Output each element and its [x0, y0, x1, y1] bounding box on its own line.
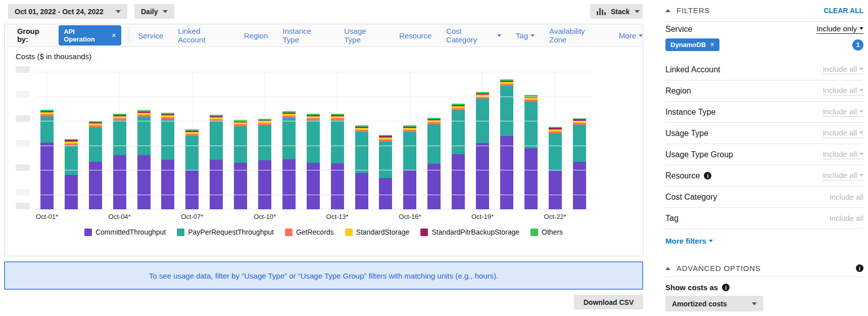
stacked-bar-oct-17[interactable]	[427, 118, 441, 209]
segment-committedthroughput[interactable]	[185, 170, 199, 209]
legend-item-others[interactable]: Others	[531, 228, 563, 236]
group-by-active-chip[interactable]: API Operation	[59, 25, 121, 46]
stacked-bar-oct-15[interactable]	[379, 135, 392, 209]
segment-committedthroughput[interactable]	[403, 170, 416, 209]
segment-payperrequestthroughput[interactable]	[185, 136, 199, 170]
segment-payperrequestthroughput[interactable]	[403, 132, 416, 170]
segment-committedthroughput[interactable]	[476, 143, 489, 209]
segment-payperrequestthroughput[interactable]	[282, 118, 296, 159]
segment-payperrequestthroughput[interactable]	[524, 102, 538, 148]
segment-payperrequestthroughput[interactable]	[549, 133, 562, 171]
legend-item-committedthroughput[interactable]: CommittedThroughput	[84, 228, 166, 236]
service-filter-chip[interactable]: DynamoDB	[665, 38, 719, 51]
legend-item-standardstorage[interactable]: StandardStorage	[345, 228, 410, 236]
service-include-mode[interactable]: Include only	[816, 24, 863, 34]
advanced-options-header[interactable]: ADVANCED OPTIONS	[665, 264, 863, 273]
group-by-link-availability-zone[interactable]: Availability Zone	[549, 27, 604, 44]
stacked-bar-oct-07[interactable]	[185, 129, 199, 209]
segment-committedthroughput[interactable]	[65, 175, 78, 209]
filter-mode-value[interactable]: Include all	[829, 193, 863, 201]
legend-item-getrecords[interactable]: GetRecords	[285, 228, 334, 236]
segment-payperrequestthroughput[interactable]	[355, 132, 368, 173]
granularity-button[interactable]: Daily	[134, 4, 174, 19]
stacked-bar-oct-23[interactable]	[573, 118, 586, 209]
info-icon[interactable]	[722, 284, 730, 291]
group-by-link-region[interactable]: Region	[244, 31, 268, 40]
segment-payperrequestthroughput[interactable]	[161, 119, 174, 160]
segment-payperrequestthroughput[interactable]	[452, 110, 465, 154]
segment-committedthroughput[interactable]	[89, 162, 102, 209]
stacked-bar-oct-03[interactable]	[89, 121, 102, 209]
legend-item-standardpitrbackupstorage[interactable]: StandardPitrBackupStorage	[420, 228, 519, 236]
info-icon[interactable]	[856, 264, 863, 272]
segment-payperrequestthroughput[interactable]	[89, 127, 102, 162]
filters-header[interactable]: FILTERS CLEAR ALL	[665, 6, 863, 15]
group-by-link-cost-category[interactable]: Cost Category	[446, 27, 501, 44]
group-by-link-linked-account[interactable]: Linked Account	[178, 27, 229, 44]
segment-committedthroughput[interactable]	[427, 164, 441, 209]
segment-committedthroughput[interactable]	[573, 162, 586, 209]
filter-mode-value[interactable]: Include all	[823, 107, 863, 117]
segment-payperrequestthroughput[interactable]	[500, 86, 513, 136]
remove-group-by-icon[interactable]	[112, 32, 116, 39]
stacked-bar-oct-16[interactable]	[403, 125, 416, 209]
download-csv-button[interactable]: Download CSV	[574, 295, 643, 309]
segment-committedthroughput[interactable]	[524, 148, 538, 209]
stacked-bar-oct-20[interactable]	[500, 79, 513, 209]
group-by-link-more[interactable]: More	[619, 31, 643, 40]
stacked-bar-oct-04[interactable]	[113, 114, 126, 209]
stacked-bar-oct-21[interactable]	[524, 95, 538, 209]
segment-payperrequestthroughput[interactable]	[210, 121, 223, 160]
clear-all-link[interactable]: CLEAR ALL	[824, 7, 863, 15]
segment-committedthroughput[interactable]	[161, 160, 174, 209]
info-icon[interactable]	[704, 172, 711, 179]
segment-committedthroughput[interactable]	[210, 160, 223, 209]
segment-payperrequestthroughput[interactable]	[234, 126, 247, 163]
segment-committedthroughput[interactable]	[137, 155, 151, 209]
segment-committedthroughput[interactable]	[379, 178, 392, 209]
segment-committedthroughput[interactable]	[282, 159, 296, 209]
segment-committedthroughput[interactable]	[40, 143, 54, 209]
segment-committedthroughput[interactable]	[452, 154, 465, 209]
remove-filter-icon[interactable]	[710, 41, 714, 48]
segment-committedthroughput[interactable]	[113, 155, 126, 209]
chart-style-button[interactable]: Stack	[590, 4, 643, 19]
show-costs-as-select[interactable]: Amortized costs	[665, 296, 763, 311]
segment-payperrequestthroughput[interactable]	[65, 146, 78, 175]
filter-mode-value[interactable]: Include all	[823, 65, 863, 74]
group-by-link-resource[interactable]: Resource	[399, 31, 431, 40]
segment-payperrequestthroughput[interactable]	[258, 125, 271, 160]
more-filters-link[interactable]: More filters	[665, 237, 713, 245]
segment-committedthroughput[interactable]	[355, 173, 368, 209]
date-range-button[interactable]: Oct 01, 2022 - Oct 24, 2022	[8, 4, 127, 19]
segment-payperrequestthroughput[interactable]	[40, 116, 54, 143]
segment-payperrequestthroughput[interactable]	[379, 142, 392, 178]
segment-payperrequestthroughput[interactable]	[573, 125, 586, 162]
stacked-bar-oct-19[interactable]	[476, 92, 489, 209]
group-by-link-instance-type[interactable]: Instance Type	[282, 27, 329, 44]
segment-committedthroughput[interactable]	[549, 171, 562, 209]
filter-mode-value[interactable]: Include all	[823, 150, 863, 159]
group-by-link-tag[interactable]: Tag	[516, 31, 535, 40]
group-by-link-usage-type[interactable]: Usage Type	[344, 27, 384, 44]
segment-payperrequestthroughput[interactable]	[137, 117, 151, 155]
filter-mode-value[interactable]: Include all	[823, 171, 863, 180]
segment-committedthroughput[interactable]	[500, 136, 513, 209]
filter-mode-value[interactable]: Include all	[823, 128, 863, 138]
stacked-bar-oct-02[interactable]	[65, 139, 78, 209]
segment-payperrequestthroughput[interactable]	[331, 120, 344, 163]
stacked-bar-oct-13[interactable]	[331, 114, 344, 209]
stacked-bar-oct-08[interactable]	[210, 115, 223, 209]
segment-payperrequestthroughput[interactable]	[113, 120, 126, 155]
stacked-bar-oct-14[interactable]	[355, 125, 368, 209]
segment-committedthroughput[interactable]	[258, 160, 271, 209]
stacked-bar-oct-10[interactable]	[258, 119, 271, 209]
filter-mode-value[interactable]: Include all	[823, 86, 863, 96]
stacked-bar-oct-09[interactable]	[234, 120, 247, 209]
legend-item-payperrequestthroughput[interactable]: PayPerRequestThroughput	[177, 228, 274, 236]
filter-mode-value[interactable]: Include all	[829, 214, 863, 222]
stacked-bar-oct-12[interactable]	[307, 114, 320, 209]
group-by-link-service[interactable]: Service	[138, 31, 163, 40]
segment-payperrequestthroughput[interactable]	[427, 124, 441, 164]
stacked-bar-oct-18[interactable]	[452, 104, 465, 209]
